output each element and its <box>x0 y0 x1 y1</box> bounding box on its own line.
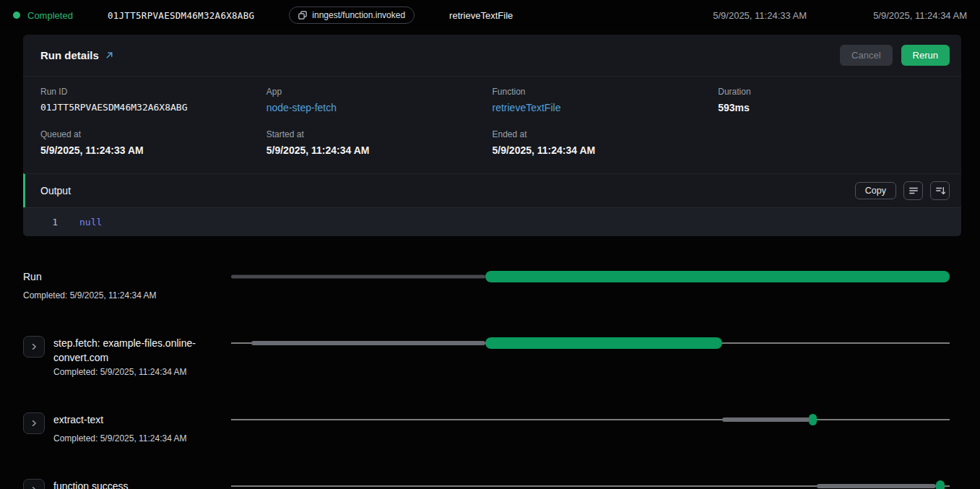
status-label: Completed <box>27 10 73 21</box>
timeline-segment-wait <box>251 341 485 345</box>
field-value-duration: 593ms <box>718 102 944 113</box>
timeline-row-run: Run Completed: 5/9/2025, 11:24:34 AM <box>0 269 980 301</box>
run-status: Completed <box>13 10 73 21</box>
run-details-header: Run details Cancel Rerun <box>23 35 961 77</box>
expand-step-fetch-button[interactable] <box>23 336 45 358</box>
field-started-at: Started at 5/9/2025, 11:24:34 AM <box>266 129 493 156</box>
app-link[interactable]: node-step-fetch <box>266 102 493 113</box>
topbar-function-name: retrieveTextFile <box>449 10 513 21</box>
line-number: 1 <box>23 217 79 228</box>
field-value-ended-at: 5/9/2025, 11:24:34 AM <box>493 144 719 156</box>
chevron-right-icon <box>30 485 38 489</box>
chevron-right-icon <box>30 342 38 351</box>
header-buttons: Cancel Rerun <box>840 45 950 66</box>
output-title: Output <box>40 185 71 196</box>
panel-title: Run details <box>40 49 114 61</box>
field-label: Started at <box>266 129 493 139</box>
field-duration: Duration 593ms <box>718 87 944 113</box>
wrap-text-button[interactable] <box>903 181 923 200</box>
topbar: Completed 01JTT5RPVAESDM46M32A6X8ABG inn… <box>0 0 980 30</box>
expand-extract-text-button[interactable] <box>23 412 45 434</box>
timeline-segment-active <box>809 414 817 425</box>
output-actions: Copy <box>855 181 950 200</box>
timeline-row-info: Run Completed: 5/9/2025, 11:24:34 AM <box>23 269 231 301</box>
field-ended-at: Ended at 5/9/2025, 11:24:34 AM <box>493 129 719 156</box>
field-queued-at: Queued at 5/9/2025, 11:24:33 AM <box>40 129 266 156</box>
queued-timestamp: 5/9/2025, 11:24:33 AM <box>713 10 807 21</box>
field-function: Function retrieveTextFile <box>493 87 719 113</box>
timeline-segment-wait <box>817 484 936 488</box>
event-badge-label: inngest/function.invoked <box>312 10 405 20</box>
field-value-run-id: 01JTT5RPVAESDM46M32A6X8ABG <box>40 102 266 113</box>
copy-button[interactable]: Copy <box>855 182 896 199</box>
timeline-segment-active <box>485 271 950 282</box>
event-badge[interactable]: inngest/function.invoked <box>289 7 415 24</box>
expand-function-success-button[interactable] <box>23 479 45 489</box>
run-timeline: Run Completed: 5/9/2025, 11:24:34 AM ste… <box>0 269 980 489</box>
field-label: Duration <box>718 87 944 97</box>
rerun-button[interactable]: Rerun <box>901 45 950 66</box>
field-label: Ended at <box>493 129 719 139</box>
field-app: App node-step-fetch <box>266 87 493 113</box>
wrap-text-icon <box>909 186 919 196</box>
timeline-row-function-success: function success Completed: 5/9/2025, 11… <box>0 479 980 489</box>
run-details-fields: Run ID 01JTT5RPVAESDM46M32A6X8ABG App no… <box>23 77 961 173</box>
timeline-segment-wait <box>722 417 810 422</box>
status-dot-icon <box>13 12 20 19</box>
started-timestamp: 5/9/2025, 11:24:34 AM <box>873 10 967 21</box>
timeline-track-function-success[interactable] <box>231 475 950 489</box>
output-code-value: null <box>79 217 102 228</box>
field-value-started-at: 5/9/2025, 11:24:34 AM <box>266 144 493 156</box>
scroll-to-bottom-icon <box>935 186 945 196</box>
timeline-segment-active <box>936 480 945 489</box>
field-label: App <box>266 87 493 97</box>
timeline-track-step-fetch[interactable] <box>231 332 950 355</box>
timeline-row-completed: Completed: 5/9/2025, 11:24:34 AM <box>23 290 157 301</box>
function-link[interactable]: retrieveTextFile <box>493 102 719 113</box>
timeline-row-info: step.fetch: example-files.online-convert… <box>23 336 231 378</box>
timeline-row-info: extract-text Completed: 5/9/2025, 11:24:… <box>23 412 231 444</box>
timeline-row-name: step.fetch: example-files.online-convert… <box>53 336 221 365</box>
timeline-baseline <box>231 420 950 420</box>
timeline-row-name: Run <box>23 269 157 284</box>
scroll-to-bottom-button[interactable] <box>930 181 950 200</box>
cancel-button[interactable]: Cancel <box>840 45 892 66</box>
field-label: Run ID <box>40 87 266 97</box>
field-label: Queued at <box>40 129 266 139</box>
field-run-id: Run ID 01JTT5RPVAESDM46M32A6X8ABG <box>40 87 266 113</box>
timeline-track-run[interactable] <box>231 265 950 288</box>
timeline-row-name: function success <box>53 479 187 489</box>
timeline-row-completed: Completed: 5/9/2025, 11:24:34 AM <box>53 433 187 444</box>
field-value-queued-at: 5/9/2025, 11:24:33 AM <box>40 144 266 156</box>
topbar-run-id: 01JTT5RPVAESDM46M32A6X8ABG <box>108 10 254 21</box>
timeline-track-extract-text[interactable] <box>231 408 950 431</box>
run-details-title: Run details <box>40 49 99 61</box>
chevron-right-icon <box>30 419 38 428</box>
timeline-row-name: extract-text <box>53 412 187 427</box>
timeline-row-completed: Completed: 5/9/2025, 11:24:34 AM <box>53 367 221 378</box>
field-label: Function <box>493 87 719 97</box>
output-header: Output Copy <box>23 173 961 207</box>
topbar-left: Completed 01JTT5RPVAESDM46M32A6X8ABG inn… <box>13 7 513 24</box>
timeline-segment-wait-dark <box>231 275 485 279</box>
timeline-row-step-fetch: step.fetch: example-files.online-convert… <box>0 336 980 378</box>
timeline-row-extract-text: extract-text Completed: 5/9/2025, 11:24:… <box>0 412 980 444</box>
topbar-timestamps: 5/9/2025, 11:24:33 AM 5/9/2025, 11:24:34… <box>713 10 967 21</box>
timeline-segment-active <box>485 337 721 349</box>
run-details-panel: Run details Cancel Rerun Run ID 01JTT5RP… <box>23 35 961 236</box>
output-code-area[interactable]: 1 null <box>23 207 961 236</box>
timeline-row-info: function success Completed: 5/9/2025, 11… <box>23 479 231 489</box>
event-icon <box>298 11 307 20</box>
external-link-icon[interactable] <box>105 51 114 60</box>
